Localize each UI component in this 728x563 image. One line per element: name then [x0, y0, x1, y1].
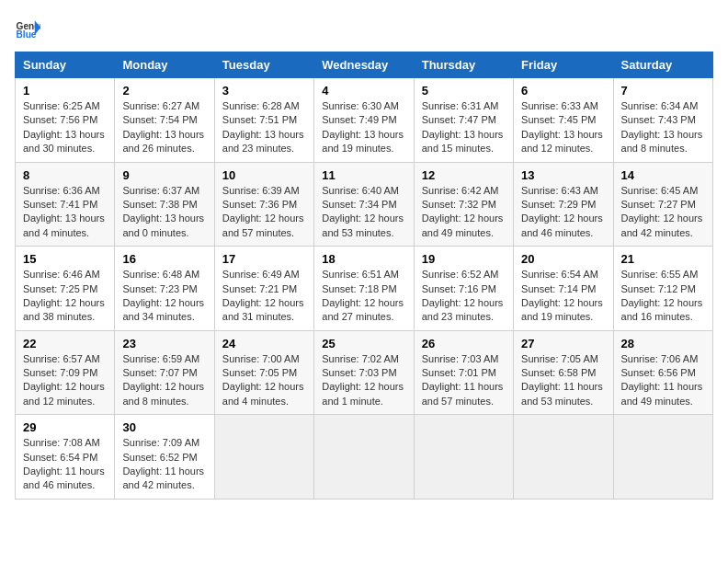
- day-info: Sunrise: 7:06 AM Sunset: 6:56 PM Dayligh…: [621, 352, 705, 409]
- weekday-header-row: SundayMondayTuesdayWednesdayThursdayFrid…: [16, 52, 713, 78]
- calendar-cell: [314, 415, 414, 500]
- day-number: 6: [521, 84, 605, 98]
- sunrise-label: Sunrise: 6:55 AM: [621, 269, 699, 280]
- day-number: 10: [222, 168, 306, 182]
- sunset-label: Sunset: 7:45 PM: [521, 114, 596, 125]
- sunrise-label: Sunrise: 6:36 AM: [23, 185, 100, 196]
- weekday-header: Sunday: [16, 52, 115, 78]
- daylight-label: Daylight: 13 hours and 8 minutes.: [621, 129, 703, 154]
- day-info: Sunrise: 7:03 AM Sunset: 7:01 PM Dayligh…: [422, 352, 506, 409]
- sunrise-label: Sunrise: 6:52 AM: [422, 269, 499, 280]
- day-number: 27: [521, 337, 605, 350]
- sunrise-label: Sunrise: 6:27 AM: [122, 100, 199, 111]
- day-info: Sunrise: 6:46 AM Sunset: 7:25 PM Dayligh…: [23, 268, 107, 325]
- sunset-label: Sunset: 6:58 PM: [521, 367, 596, 378]
- day-info: Sunrise: 6:37 AM Sunset: 7:38 PM Dayligh…: [122, 184, 206, 241]
- calendar-week-row: 1 Sunrise: 6:25 AM Sunset: 7:56 PM Dayli…: [16, 78, 713, 163]
- svg-text:Blue: Blue: [17, 29, 37, 40]
- calendar-cell: 25 Sunrise: 7:02 AM Sunset: 7:03 PM Dayl…: [314, 330, 414, 415]
- weekday-header: Monday: [115, 52, 214, 78]
- sunrise-label: Sunrise: 6:25 AM: [23, 100, 100, 111]
- sunset-label: Sunset: 7:43 PM: [621, 114, 696, 125]
- logo: General Blue: [15, 15, 44, 40]
- calendar-cell: 15 Sunrise: 6:46 AM Sunset: 7:25 PM Dayl…: [16, 247, 115, 331]
- calendar-cell: [214, 415, 313, 500]
- day-number: 28: [621, 337, 705, 350]
- calendar-cell: 21 Sunrise: 6:55 AM Sunset: 7:12 PM Dayl…: [613, 247, 712, 331]
- day-number: 12: [422, 168, 506, 182]
- daylight-label: Daylight: 12 hours and 46 minutes.: [521, 213, 603, 237]
- calendar-cell: 11 Sunrise: 6:40 AM Sunset: 7:34 PM Dayl…: [314, 162, 414, 247]
- calendar-cell: [613, 415, 712, 500]
- day-number: 19: [422, 252, 506, 266]
- day-info: Sunrise: 6:39 AM Sunset: 7:36 PM Dayligh…: [222, 184, 306, 241]
- daylight-label: Daylight: 12 hours and 34 minutes.: [122, 297, 204, 322]
- sunrise-label: Sunrise: 6:39 AM: [222, 185, 300, 196]
- day-info: Sunrise: 7:09 AM Sunset: 6:52 PM Dayligh…: [122, 436, 206, 493]
- sunset-label: Sunset: 6:52 PM: [122, 452, 197, 463]
- day-number: 9: [122, 168, 206, 182]
- calendar-week-row: 8 Sunrise: 6:36 AM Sunset: 7:41 PM Dayli…: [16, 162, 713, 247]
- sunset-label: Sunset: 7:25 PM: [23, 283, 97, 294]
- sunrise-label: Sunrise: 7:02 AM: [322, 353, 399, 364]
- sunrise-label: Sunrise: 6:42 AM: [422, 185, 499, 196]
- day-number: 3: [222, 84, 306, 98]
- sunset-label: Sunset: 7:56 PM: [23, 114, 97, 125]
- day-number: 30: [122, 420, 206, 434]
- sunset-label: Sunset: 7:51 PM: [222, 114, 297, 125]
- calendar-cell: 30 Sunrise: 7:09 AM Sunset: 6:52 PM Dayl…: [115, 415, 214, 500]
- day-info: Sunrise: 6:43 AM Sunset: 7:29 PM Dayligh…: [521, 184, 605, 241]
- day-number: 23: [122, 337, 206, 350]
- day-info: Sunrise: 6:42 AM Sunset: 7:32 PM Dayligh…: [422, 184, 506, 241]
- day-info: Sunrise: 6:27 AM Sunset: 7:54 PM Dayligh…: [122, 99, 206, 156]
- sunrise-label: Sunrise: 6:30 AM: [322, 100, 399, 111]
- day-info: Sunrise: 6:33 AM Sunset: 7:45 PM Dayligh…: [521, 99, 605, 156]
- daylight-label: Daylight: 12 hours and 19 minutes.: [521, 297, 603, 322]
- day-info: Sunrise: 6:40 AM Sunset: 7:34 PM Dayligh…: [322, 184, 405, 241]
- day-info: Sunrise: 7:00 AM Sunset: 7:05 PM Dayligh…: [222, 352, 306, 409]
- calendar-cell: 26 Sunrise: 7:03 AM Sunset: 7:01 PM Dayl…: [414, 330, 513, 415]
- daylight-label: Daylight: 12 hours and 4 minutes.: [222, 381, 304, 406]
- calendar-cell: 27 Sunrise: 7:05 AM Sunset: 6:58 PM Dayl…: [514, 330, 613, 415]
- calendar-cell: 17 Sunrise: 6:49 AM Sunset: 7:21 PM Dayl…: [214, 247, 313, 331]
- sunset-label: Sunset: 7:38 PM: [122, 199, 197, 210]
- sunrise-label: Sunrise: 6:37 AM: [122, 185, 199, 196]
- calendar-week-row: 15 Sunrise: 6:46 AM Sunset: 7:25 PM Dayl…: [16, 247, 713, 331]
- daylight-label: Daylight: 12 hours and 49 minutes.: [422, 213, 504, 237]
- daylight-label: Daylight: 13 hours and 26 minutes.: [122, 129, 204, 154]
- calendar-cell: 6 Sunrise: 6:33 AM Sunset: 7:45 PM Dayli…: [514, 78, 613, 163]
- sunrise-label: Sunrise: 6:43 AM: [521, 185, 598, 196]
- day-number: 4: [322, 84, 405, 98]
- daylight-label: Daylight: 12 hours and 38 minutes.: [23, 297, 105, 322]
- day-number: 2: [122, 84, 206, 98]
- day-number: 18: [322, 252, 405, 266]
- calendar-cell: 13 Sunrise: 6:43 AM Sunset: 7:29 PM Dayl…: [514, 162, 613, 247]
- daylight-label: Daylight: 12 hours and 16 minutes.: [621, 297, 703, 322]
- calendar-body: 1 Sunrise: 6:25 AM Sunset: 7:56 PM Dayli…: [16, 78, 713, 500]
- sunset-label: Sunset: 7:27 PM: [621, 199, 696, 210]
- sunrise-label: Sunrise: 6:57 AM: [23, 353, 100, 364]
- weekday-header: Saturday: [613, 52, 712, 78]
- sunset-label: Sunset: 6:56 PM: [621, 367, 696, 378]
- sunset-label: Sunset: 7:01 PM: [422, 367, 496, 378]
- calendar-cell: [514, 415, 613, 500]
- sunrise-label: Sunrise: 6:33 AM: [521, 100, 598, 111]
- sunrise-label: Sunrise: 7:00 AM: [222, 353, 300, 364]
- sunset-label: Sunset: 6:54 PM: [23, 452, 97, 463]
- sunset-label: Sunset: 7:12 PM: [621, 283, 696, 294]
- sunrise-label: Sunrise: 6:31 AM: [422, 100, 499, 111]
- day-info: Sunrise: 7:08 AM Sunset: 6:54 PM Dayligh…: [23, 436, 107, 493]
- day-info: Sunrise: 7:05 AM Sunset: 6:58 PM Dayligh…: [521, 352, 605, 409]
- day-number: 24: [222, 337, 306, 350]
- calendar-cell: 3 Sunrise: 6:28 AM Sunset: 7:51 PM Dayli…: [214, 78, 313, 163]
- day-number: 25: [322, 337, 405, 350]
- sunrise-label: Sunrise: 7:05 AM: [521, 353, 598, 364]
- calendar-header: SundayMondayTuesdayWednesdayThursdayFrid…: [16, 52, 713, 78]
- logo-icon: General Blue: [15, 15, 40, 40]
- calendar-cell: 14 Sunrise: 6:45 AM Sunset: 7:27 PM Dayl…: [613, 162, 712, 247]
- sunrise-label: Sunrise: 7:06 AM: [621, 353, 699, 364]
- daylight-label: Daylight: 13 hours and 15 minutes.: [422, 129, 504, 154]
- calendar-cell: 16 Sunrise: 6:48 AM Sunset: 7:23 PM Dayl…: [115, 247, 214, 331]
- sunrise-label: Sunrise: 6:28 AM: [222, 100, 300, 111]
- calendar-cell: 10 Sunrise: 6:39 AM Sunset: 7:36 PM Dayl…: [214, 162, 313, 247]
